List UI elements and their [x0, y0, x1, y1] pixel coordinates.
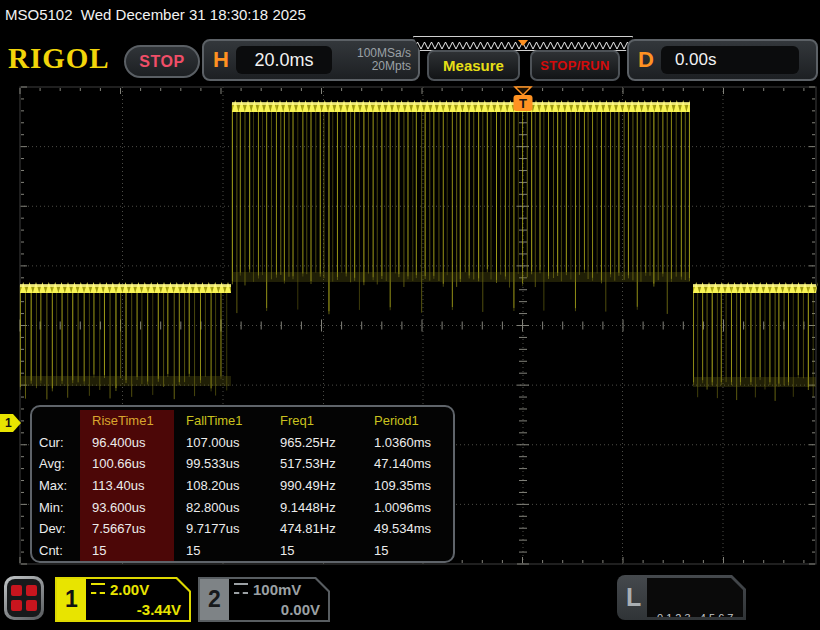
channel2-scale: 100mV: [253, 581, 301, 598]
trigger-position-marker[interactable]: T: [514, 87, 533, 111]
measurement-value: 15: [362, 540, 453, 562]
measurement-value: 49.534ms: [362, 518, 453, 540]
channel2-offset: 0.00V: [281, 601, 320, 618]
trigger-marker-label: T: [519, 96, 527, 111]
measurement-table: RiseTime1FallTime1Freq1Period1Cur:96.400…: [30, 405, 455, 563]
measurement-value: 517.53Hz: [268, 453, 362, 475]
measurement-value: 108.20us: [174, 475, 268, 497]
channel1-offset: -3.44V: [137, 601, 181, 618]
measurement-value: 15: [174, 540, 268, 562]
measurement-value: 109.35ms: [362, 475, 453, 497]
red-square-icon: [11, 600, 22, 611]
dc-coupling-icon: [234, 583, 248, 594]
channel1-waveform: [20, 100, 818, 401]
measurement-value: 474.81Hz: [268, 518, 362, 540]
measurement-value: 9.1448Hz: [268, 496, 362, 518]
channel2-badge[interactable]: 2 100mV 0.00V: [198, 577, 330, 622]
measurement-row-label: Avg:: [32, 453, 80, 475]
channel1-scale: 2.00V: [110, 581, 149, 598]
measurement-value: 93.600us: [80, 496, 174, 518]
logic-channel-numbers: 0 1 2 3 4 5 6 7 8 9 10 11 12 13 14 15: [647, 578, 743, 617]
measurement-value: 99.533us: [174, 453, 268, 475]
measurement-row-label: Min:: [32, 496, 80, 518]
red-square-icon: [26, 600, 37, 611]
measurement-column-header: Freq1: [268, 410, 362, 432]
measurement-value: 100.66us: [80, 453, 174, 475]
measurement-value: 96.400us: [80, 432, 174, 454]
channel2-number: 2: [200, 579, 229, 620]
measurement-column-header: FallTime1: [174, 410, 268, 432]
measurement-row-label: Max:: [32, 475, 80, 497]
measurement-value: 1.0360ms: [362, 432, 453, 454]
channel1-badge[interactable]: 1 2.00V -3.44V: [55, 577, 191, 622]
logic-channels-badge[interactable]: L 0 1 2 3 4 5 6 7 8 9 10 11 12 13 14 15: [617, 575, 746, 620]
measurement-value: 47.140ms: [362, 453, 453, 475]
measurement-value: 965.25Hz: [268, 432, 362, 454]
measurement-value: 15: [268, 540, 362, 562]
measurement-value: 9.7177us: [174, 518, 268, 540]
measurement-value: 15: [80, 540, 174, 562]
measurement-value: 990.49Hz: [268, 475, 362, 497]
logic-label: L: [626, 583, 641, 612]
measurement-column-header: Period1: [362, 410, 453, 432]
menu-windows-icon[interactable]: [4, 576, 44, 620]
measurement-value: 113.40us: [80, 475, 174, 497]
dc-coupling-icon: [91, 583, 105, 594]
measurement-value: 1.0096ms: [362, 496, 453, 518]
measurement-row-label: Dev:: [32, 518, 80, 540]
measurement-row-label: Cnt:: [32, 540, 80, 562]
corner-cell: [32, 410, 80, 432]
measurement-column-header: RiseTime1: [80, 410, 174, 432]
red-square-icon: [11, 585, 22, 596]
measurement-grid: RiseTime1FallTime1Freq1Period1Cur:96.400…: [32, 407, 453, 563]
measurement-row-label: Cur:: [32, 432, 80, 454]
measurement-value: 7.5667us: [80, 518, 174, 540]
channel1-number: 1: [57, 579, 86, 620]
measurement-value: 107.00us: [174, 432, 268, 454]
red-square-icon: [26, 585, 37, 596]
measurement-value: 82.800us: [174, 496, 268, 518]
